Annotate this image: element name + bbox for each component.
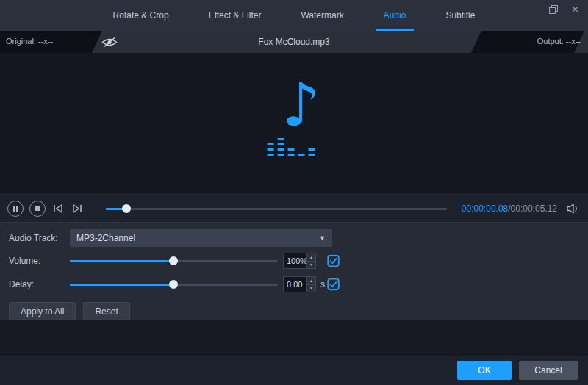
next-frame-icon [71, 204, 83, 214]
settings-buttons-row: Apply to All Reset [9, 302, 588, 320]
window-controls: ✕ [548, 4, 581, 15]
delay-spin-down[interactable]: ▼ [307, 285, 315, 292]
apply-to-all-button[interactable]: Apply to All [9, 302, 76, 320]
volume-slider-thumb[interactable] [169, 256, 178, 265]
delay-apply-track-button[interactable] [327, 278, 340, 291]
delay-input[interactable] [284, 277, 306, 292]
cancel-button[interactable]: Cancel [519, 361, 578, 380]
stop-icon [35, 206, 40, 211]
delay-spin-up[interactable]: ▲ [307, 277, 315, 285]
tab-rotate-crop[interactable]: Rotate & Crop [93, 0, 189, 31]
tab-watermark[interactable]: Watermark [281, 0, 363, 31]
tab-audio[interactable]: Audio [364, 0, 426, 31]
delay-label: Delay: [9, 279, 70, 289]
volume-spin-up[interactable]: ▲ [307, 253, 315, 262]
volume-button[interactable] [566, 203, 581, 215]
delay-slider[interactable] [70, 279, 277, 289]
restore-icon [549, 5, 558, 14]
apply-check-icon [327, 255, 340, 267]
preview-area: ♪ [0, 53, 588, 194]
filename-title: Fox McCloud.mp3 [0, 37, 588, 47]
player-controls-bar: 00:00:00.08/00:00:05.12 [0, 194, 588, 222]
ok-button[interactable]: OK [457, 361, 512, 380]
tab-subtitle[interactable]: Subtitle [426, 0, 495, 31]
volume-label: Volume: [9, 256, 70, 266]
volume-spin-down[interactable]: ▼ [307, 262, 315, 269]
reset-button[interactable]: Reset [83, 302, 129, 320]
delay-unit-label: s [320, 279, 325, 289]
total-time: 00:00:05.12 [511, 204, 557, 214]
volume-spinner: ▲ ▼ [306, 253, 315, 268]
previous-frame-button[interactable] [51, 202, 65, 215]
audio-editor-window: Rotate & Crop Effect & Filter Watermark … [0, 0, 588, 385]
volume-value-box: ▲ ▼ [283, 253, 316, 269]
volume-input[interactable] [284, 253, 306, 268]
audio-track-row: Audio Track: MP3-2Channel ▼ [9, 227, 354, 249]
footer-bar: OK Cancel [0, 354, 588, 385]
time-display: 00:00:00.08/00:00:05.12 [462, 204, 557, 214]
restore-button[interactable] [548, 4, 559, 15]
tab-effect-filter[interactable]: Effect & Filter [189, 0, 282, 31]
audio-track-select[interactable]: MP3-2Channel ▼ [70, 229, 332, 247]
seek-slider[interactable] [106, 204, 447, 214]
seek-track[interactable] [106, 208, 447, 210]
info-bar: Original: --x-- Fox McCloud.mp3 Output: … [0, 31, 588, 53]
volume-slider[interactable] [70, 256, 277, 266]
delay-slider-thumb[interactable] [169, 280, 178, 289]
audio-track-label: Audio Track: [9, 233, 70, 243]
music-note-icon: ♪ [282, 75, 320, 135]
volume-row: Volume: ▲ ▼ [9, 249, 354, 273]
equalizer-icon [268, 135, 315, 156]
delay-spinner: ▲ ▼ [306, 277, 315, 292]
volume-apply-track-button[interactable] [327, 255, 340, 267]
seek-thumb[interactable] [122, 204, 131, 213]
lower-spacer [0, 320, 588, 354]
apply-check-icon [327, 278, 340, 291]
speaker-icon [566, 203, 581, 215]
current-time: 00:00:00.08 [462, 204, 508, 214]
delay-row: Delay: ▲ ▼ s [9, 273, 354, 296]
stop-button[interactable] [29, 201, 46, 217]
next-frame-button[interactable] [71, 202, 84, 215]
audio-track-value: MP3-2Channel [76, 233, 135, 243]
pause-button[interactable] [7, 201, 24, 217]
output-resolution-label: Output: --x-- [537, 37, 581, 46]
tab-bar: Rotate & Crop Effect & Filter Watermark … [0, 0, 588, 31]
pause-icon [13, 206, 15, 212]
close-button[interactable]: ✕ [570, 4, 581, 15]
previous-frame-icon [52, 204, 64, 214]
tab-group: Rotate & Crop Effect & Filter Watermark … [93, 0, 495, 31]
audio-settings-panel: Audio Track: MP3-2Channel ▼ Volume: ▲ ▼ [0, 222, 588, 320]
chevron-down-icon: ▼ [319, 234, 326, 242]
delay-value-box: ▲ ▼ [283, 276, 316, 292]
